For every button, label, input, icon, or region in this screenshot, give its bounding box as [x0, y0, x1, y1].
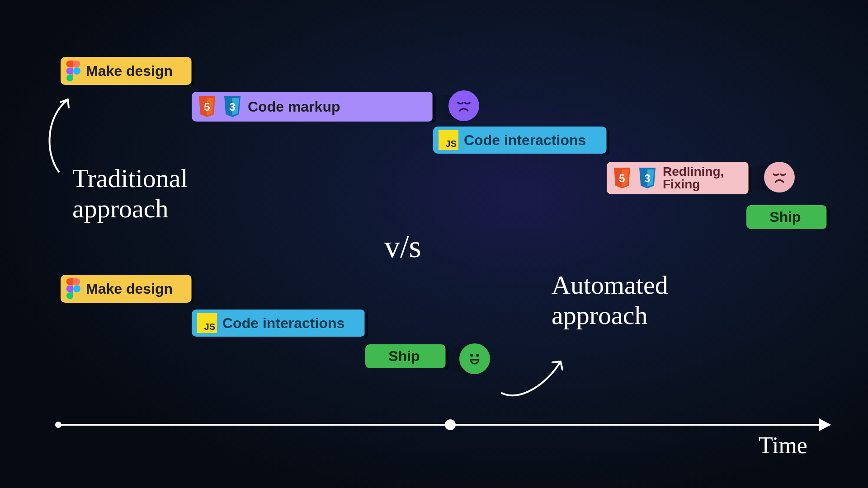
figma-icon	[66, 278, 80, 299]
stage-make-design-traditional: Make design	[61, 57, 192, 85]
stage-label: Code interactions	[464, 132, 586, 149]
svg-text:5: 5	[619, 172, 625, 184]
svg-text:3: 3	[229, 101, 235, 113]
stage-label: Code markup	[248, 99, 340, 115]
arrow-to-traditional-icon	[41, 90, 95, 181]
html5-icon: 5	[197, 95, 217, 118]
label-time-axis: Time	[759, 432, 807, 459]
timeline-arrowhead-icon	[819, 418, 831, 431]
arrow-to-automated-icon	[493, 352, 583, 407]
stage-code-interactions-automated: JS Code interactions	[192, 310, 365, 337]
svg-point-6	[470, 354, 473, 357]
svg-text:3: 3	[644, 172, 650, 184]
stage-ship-traditional: Ship	[746, 205, 827, 229]
css3-icon: 3	[222, 95, 242, 118]
stage-label: Make design	[86, 281, 173, 297]
stage-label: Ship	[371, 348, 438, 365]
figma-icon	[66, 61, 80, 81]
stage-label: Redlining, Fixing	[663, 165, 724, 191]
timeline-mid-dot	[445, 419, 456, 430]
svg-text:5: 5	[204, 101, 210, 113]
timeline-start-dot	[55, 422, 61, 428]
js-icon: JS	[439, 130, 458, 150]
label-versus: v/s	[384, 229, 421, 265]
happy-face-icon	[459, 343, 490, 374]
stage-label: Make design	[86, 63, 173, 80]
svg-point-0	[73, 67, 80, 75]
stage-make-design-automated: Make design	[61, 275, 192, 303]
stage-redlining-fixing: 5 3 Redlining, Fixing	[607, 162, 749, 194]
stage-code-markup: 5 3 Code markup	[192, 92, 433, 122]
svg-point-7	[476, 354, 479, 357]
css3-icon: 3	[637, 167, 657, 189]
stage-code-interactions-traditional: JS Code interactions	[433, 127, 607, 154]
svg-point-5	[73, 285, 80, 292]
sad-face-icon	[764, 162, 795, 192]
label-automated-approach: Automated approach	[552, 270, 668, 330]
stage-ship-automated: Ship	[365, 344, 446, 368]
time-axis	[58, 424, 823, 426]
js-icon: JS	[197, 313, 217, 333]
sad-face-icon	[448, 90, 479, 121]
stage-label: Ship	[752, 209, 819, 225]
stage-label: Code interactions	[222, 315, 344, 332]
html5-icon: 5	[612, 167, 632, 189]
